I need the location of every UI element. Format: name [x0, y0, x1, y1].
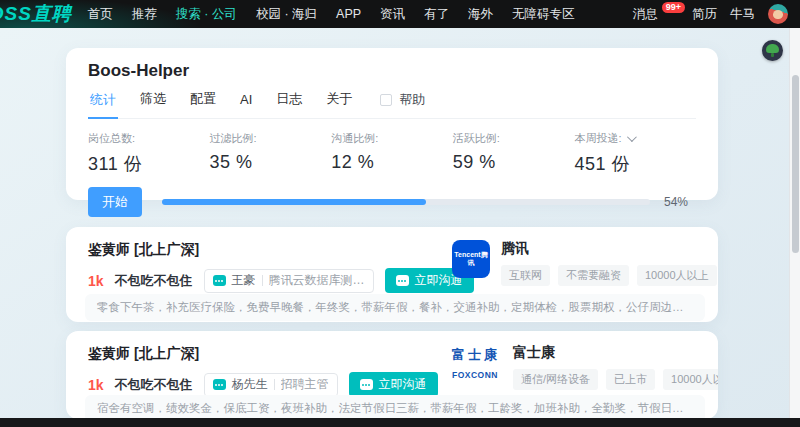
stat-label: 本周投递:: [574, 131, 696, 146]
chat-bubble-icon: [360, 379, 373, 390]
run-row: 开始 54%: [88, 187, 696, 217]
company-tag: 不需要融资: [558, 265, 629, 286]
stats-row: 岗位总数: 311 份 过滤比例: 35 % 沟通比例: 12 % 活跃比例: …: [88, 131, 696, 176]
page-content: Boos-Helper 统计 筛选 配置 AI 日志 关于 帮助 岗位总数: 3…: [0, 28, 800, 427]
stat-label: 活跃比例:: [453, 131, 575, 146]
user-avatar[interactable]: [768, 4, 788, 24]
company-tag: 互联网: [501, 265, 550, 286]
tab-config[interactable]: 配置: [188, 90, 218, 118]
job-salary: 1k: [88, 273, 104, 289]
company-block: Tencent腾讯 腾讯 互联网 不需要融资 10000人以上: [452, 240, 717, 286]
username-link[interactable]: 牛马: [730, 6, 755, 23]
company-tag: 10000人以上: [663, 369, 718, 390]
top-navbar: BOSS直聘 首页 推荐 搜索 · 公司 校园 · 海归 APP 资讯 有了 海…: [0, 0, 800, 28]
job-card-tencent[interactable]: 鉴黄师 [北上广深] 1k 不包吃不包住 王豪 腾讯云数据库测… 立即沟通 Te…: [66, 227, 718, 322]
boos-helper-panel: Boos-Helper 统计 筛选 配置 AI 日志 关于 帮助 岗位总数: 3…: [66, 48, 718, 200]
boss-zhipin-logo[interactable]: BOSS直聘: [0, 1, 72, 27]
nav-item-overseas[interactable]: 海外: [468, 6, 493, 23]
chat-bubble-icon: [396, 275, 409, 286]
tencent-logo: Tencent腾讯: [452, 240, 490, 278]
help-label: 帮助: [399, 91, 425, 109]
stat-filter-ratio: 过滤比例: 35 %: [210, 131, 332, 176]
resume-link[interactable]: 简历: [692, 6, 717, 23]
recruiter-chip[interactable]: 杨先生 招聘主管: [204, 373, 338, 397]
recruiter-name: 杨先生: [232, 376, 268, 393]
job-welfare-text: 零食下午茶，补充医疗保险，免费早晚餐，年终奖，带薪年假，餐补，交通补助，定期体检…: [85, 294, 705, 321]
recruiter-title: 腾讯云数据库测…: [269, 272, 365, 289]
nav-item-recommend[interactable]: 推荐: [132, 6, 157, 23]
stat-value: 451 份: [574, 152, 696, 176]
chat-now-label: 立即沟通: [379, 376, 427, 393]
job-conditions: 不包吃不包住: [115, 376, 193, 394]
company-name[interactable]: 富士康: [513, 344, 718, 362]
chat-now-button[interactable]: 立即沟通: [349, 372, 438, 397]
stat-weekly-sent: 本周投递: 451 份: [574, 131, 696, 176]
chip-divider: [262, 275, 263, 286]
company-tag: 通信/网络设备: [513, 369, 598, 390]
nav-item-search-company[interactable]: 搜索 · 公司: [176, 6, 237, 23]
helper-extension-icon[interactable]: [762, 40, 783, 61]
stat-label: 沟通比例:: [331, 131, 453, 146]
recruiter-chip[interactable]: 王豪 腾讯云数据库测…: [204, 269, 374, 293]
job-card-foxconn[interactable]: 鉴黄师 [北上广深] 1k 不包吃不包住 杨先生 招聘主管 立即沟通 富士康 F…: [66, 331, 718, 419]
chevron-down-icon[interactable]: [627, 132, 637, 142]
stat-active-ratio: 活跃比例: 59 %: [453, 131, 575, 176]
helper-tabs: 统计 筛选 配置 AI 日志 关于 帮助: [88, 90, 696, 119]
chat-bubble-icon: [213, 275, 226, 286]
company-tag: 10000人以上: [637, 265, 717, 286]
stat-label-text: 本周投递:: [574, 131, 621, 146]
job-salary: 1k: [88, 377, 104, 393]
start-button[interactable]: 开始: [88, 187, 142, 217]
chip-divider: [274, 379, 275, 390]
nav-item-youle[interactable]: 有了: [424, 6, 449, 23]
scrollbar-thumb[interactable]: [792, 75, 799, 253]
messages-link[interactable]: 消息: [633, 6, 658, 23]
help-checkbox[interactable]: [380, 94, 392, 106]
foxconn-logo: 富士康 FOXCONN: [452, 344, 502, 390]
nav-item-home[interactable]: 首页: [88, 6, 113, 23]
foxconn-logo-cn: 富士康: [452, 346, 502, 364]
progress-fill: [162, 199, 426, 205]
recruiter-name: 王豪: [232, 272, 256, 289]
stat-value: 59 %: [453, 152, 575, 173]
stat-total-jobs: 岗位总数: 311 份: [88, 131, 210, 176]
panel-title: Boos-Helper: [88, 61, 696, 81]
company-tags: 通信/网络设备 已上市 10000人以上: [513, 369, 718, 390]
nav-item-app[interactable]: APP: [336, 7, 361, 21]
tab-ai[interactable]: AI: [238, 92, 254, 117]
company-name[interactable]: 腾讯: [501, 240, 717, 258]
company-block: 富士康 FOXCONN 富士康 通信/网络设备 已上市 10000人以上: [452, 344, 718, 390]
tab-log[interactable]: 日志: [274, 90, 304, 118]
nav-item-news[interactable]: 资讯: [380, 6, 405, 23]
progress-bar: [162, 199, 650, 205]
window-bottom-frame: [0, 418, 800, 427]
company-tag: 已上市: [606, 369, 655, 390]
nav-item-accessibility[interactable]: 无障碍专区: [512, 6, 575, 23]
nav-item-campus[interactable]: 校园 · 海归: [256, 6, 317, 23]
stat-chat-ratio: 沟通比例: 12 %: [331, 131, 453, 176]
stat-value: 35 %: [210, 152, 332, 173]
help-toggle: 帮助: [380, 91, 425, 117]
stat-label: 过滤比例:: [210, 131, 332, 146]
company-tags: 互联网 不需要融资 10000人以上: [501, 265, 717, 286]
job-conditions: 不包吃不包住: [115, 272, 193, 290]
messages-count-badge: 99+: [662, 2, 685, 13]
foxconn-logo-en: FOXCONN: [452, 370, 502, 380]
stat-label: 岗位总数:: [88, 131, 210, 146]
page-scrollbar[interactable]: [789, 28, 800, 419]
tab-statistics[interactable]: 统计: [88, 91, 118, 119]
navbar-right: 消息 99+ 简历 牛马: [633, 4, 800, 24]
progress-percent-label: 54%: [664, 195, 696, 209]
stat-value: 12 %: [331, 152, 453, 173]
stat-value: 311 份: [88, 152, 210, 176]
nav-menu: 首页 推荐 搜索 · 公司 校园 · 海归 APP 资讯 有了 海外 无障碍专区: [88, 6, 575, 23]
job-welfare-text: 宿舍有空调，绩效奖金，保底工资，夜班补助，法定节假日三薪，带薪年假，工龄奖，加班…: [85, 395, 705, 419]
tab-filter[interactable]: 筛选: [138, 90, 168, 118]
recruiter-title: 招聘主管: [281, 376, 329, 393]
chat-bubble-icon: [213, 379, 226, 390]
tab-about[interactable]: 关于: [324, 90, 354, 118]
